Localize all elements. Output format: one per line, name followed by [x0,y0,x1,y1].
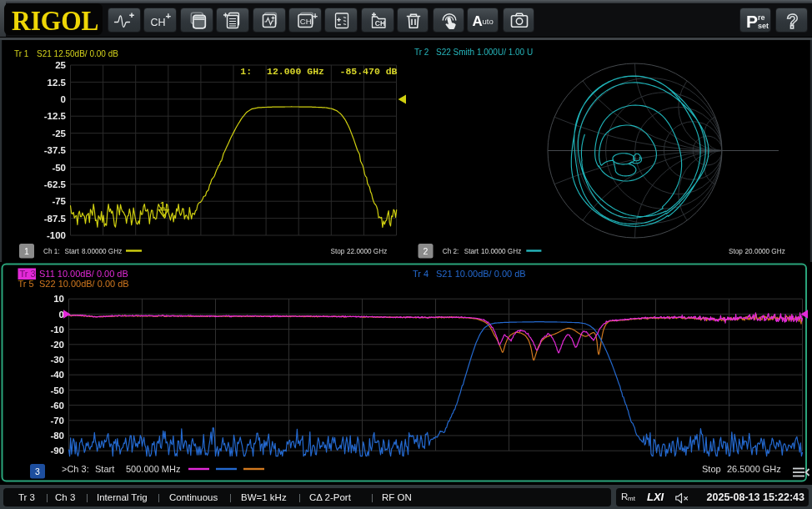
svg-text:S21 10.00dB/ 0.00 dB: S21 10.00dB/ 0.00 dB [436,269,526,279]
svg-text:Stop: Stop [702,464,721,474]
svg-text:1: 1 [160,200,165,210]
svg-text:12.000 GHz: 12.000 GHz [267,66,324,77]
svg-text:-87.5: -87.5 [44,214,67,224]
svg-text:uto: uto [483,17,494,26]
svg-text:Tr 2: Tr 2 [414,48,429,57]
svg-text:S21 12.50dB/ 0.00 dB: S21 12.50dB/ 0.00 dB [37,49,118,58]
svg-text:10.0000 GHz: 10.0000 GHz [481,248,521,255]
svg-text:set: set [758,22,769,30]
svg-text:Ch 2:: Ch 2: [443,248,459,255]
svg-text:+: + [166,11,172,21]
svg-text:?: ? [787,11,799,33]
svg-text:-50: -50 [50,386,64,396]
svg-text:500.000 MHz: 500.000 MHz [126,464,180,474]
svg-text:>Ch 3:: >Ch 3: [62,464,89,474]
svg-text:Start: Start [95,464,114,474]
svg-text:S22 Smith 1.000U/ 1.00 U: S22 Smith 1.000U/ 1.00 U [436,48,533,57]
svg-text:Tr 3: Tr 3 [20,269,36,279]
svg-text:Ch 1:: Ch 1: [43,248,60,255]
svg-text:-100: -100 [47,230,66,240]
svg-text:-50: -50 [52,163,66,173]
svg-text:25: 25 [55,60,66,70]
svg-text:P: P [746,12,758,31]
svg-text:Tr 4: Tr 4 [413,269,429,279]
svg-text:-75: -75 [52,196,66,206]
svg-text:-10: -10 [50,325,64,335]
svg-text:10: 10 [53,294,64,304]
svg-text:-80: -80 [50,431,64,441]
svg-text:+: + [313,11,318,21]
svg-text:-70: -70 [50,416,64,426]
svg-text:re: re [758,13,765,22]
svg-text:CH: CH [151,17,166,28]
svg-text:1: 1 [24,246,29,256]
svg-text:1:: 1: [240,66,252,77]
svg-text:0: 0 [61,94,66,104]
svg-text:2: 2 [424,246,429,256]
svg-text:12.5: 12.5 [48,78,67,88]
svg-text:CH: CH [300,17,312,26]
svg-text:-37.5: -37.5 [44,145,67,155]
svg-text:-60: -60 [50,401,64,411]
svg-text:-62.5: -62.5 [44,179,67,189]
svg-text:3: 3 [35,466,40,476]
svg-text:-40: -40 [50,370,64,380]
svg-text:-90: -90 [50,446,64,456]
svg-text:20.0000 GHz: 20.0000 GHz [745,248,785,255]
svg-text:A: A [473,13,483,29]
svg-text:-30: -30 [50,355,64,365]
svg-text:Stop: Stop [331,248,345,255]
svg-text:Start: Start [464,248,479,255]
svg-text:8.00000 GHz: 8.00000 GHz [82,248,122,255]
svg-text:S11 10.00dB/ 0.00 dB: S11 10.00dB/ 0.00 dB [39,269,128,279]
svg-text:26.5000 GHz: 26.5000 GHz [727,464,781,474]
svg-text:S22 10.00dB/ 0.00 dB: S22 10.00dB/ 0.00 dB [39,279,129,289]
svg-text:CH: CH [375,19,385,28]
svg-text:Start: Start [65,248,80,255]
svg-text:-25: -25 [52,129,66,139]
svg-text:22.0000 GHz: 22.0000 GHz [347,248,387,255]
svg-text:Stop: Stop [729,248,743,255]
svg-text:Tr 5: Tr 5 [18,279,34,289]
svg-text:Tr 1: Tr 1 [14,49,29,58]
svg-text:-85.470 dB: -85.470 dB [339,66,397,77]
svg-text:-12.5: -12.5 [44,111,67,121]
svg-text:-20: -20 [50,340,64,350]
